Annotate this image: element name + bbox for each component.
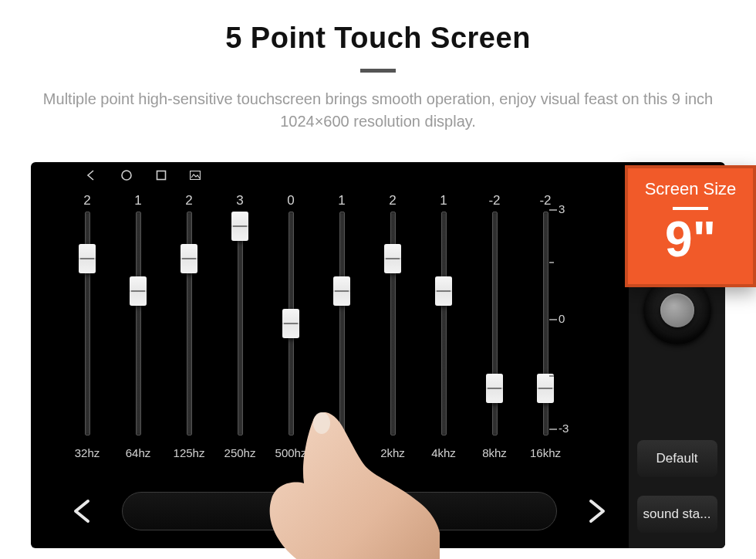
preset-prev-button[interactable]	[62, 493, 103, 530]
eq-track	[136, 212, 141, 435]
eq-band-value: 2	[185, 193, 192, 212]
svg-point-0	[122, 171, 131, 180]
eq-band: 11khz	[316, 193, 367, 471]
svg-rect-1	[157, 171, 166, 180]
preset-name-button[interactable]: Jazz	[122, 492, 557, 530]
eq-band: 164hz	[113, 193, 164, 471]
eq-band: 14khz	[418, 193, 469, 471]
eq-band-value: 0	[287, 193, 294, 212]
eq-band-value: -2	[488, 193, 500, 212]
eq-track	[441, 212, 447, 435]
eq-band: 232hz	[62, 193, 113, 471]
eq-band-freq: 500hz	[275, 446, 307, 459]
eq-band: 22khz	[367, 193, 418, 471]
eq-band-freq: 250hz	[224, 446, 256, 459]
eq-band-freq: 8khz	[482, 446, 507, 459]
eq-band-freq: 125hz	[174, 446, 205, 459]
page-subtitle: Multiple point high-sensitive touchscree…	[31, 88, 725, 133]
eq-band-value: 1	[440, 193, 447, 212]
eq-band-value: 3	[236, 193, 243, 212]
eq-slider[interactable]	[164, 212, 214, 435]
eq-slider[interactable]	[265, 212, 316, 435]
android-nav-bar	[31, 162, 725, 188]
svg-rect-2	[191, 171, 201, 180]
eq-thumb[interactable]	[231, 212, 248, 241]
scale-min: -3	[559, 422, 569, 435]
badge-value: 9"	[665, 215, 716, 264]
eq-band-freq: 4khz	[431, 446, 456, 459]
eq-band: 3250hz	[214, 193, 265, 471]
eq-band-value: 1	[134, 193, 141, 212]
eq-slider[interactable]	[418, 212, 469, 435]
eq-thumb[interactable]	[130, 276, 147, 306]
eq-thumb[interactable]	[333, 276, 350, 306]
eq-band-freq: 16khz	[530, 446, 561, 459]
eq-slider[interactable]	[367, 212, 418, 435]
screen-size-badge: Screen Size 9"	[625, 165, 756, 287]
eq-thumb[interactable]	[282, 309, 299, 338]
eq-thumb[interactable]	[537, 374, 554, 403]
eq-thumb[interactable]	[384, 244, 401, 273]
eq-band-value: 2	[83, 193, 90, 212]
eq-track	[339, 212, 345, 435]
eq-thumb[interactable]	[181, 244, 197, 273]
eq-band-freq: 2khz	[380, 446, 405, 459]
preset-next-button[interactable]	[575, 493, 617, 530]
sound-stage-button[interactable]: sound sta...	[637, 496, 717, 533]
home-icon[interactable]	[120, 169, 133, 181]
eq-slider[interactable]	[113, 212, 164, 435]
gallery-icon[interactable]	[190, 171, 201, 180]
eq-band: 0500hz	[265, 193, 316, 471]
eq-thumb[interactable]	[435, 276, 452, 306]
eq-slider[interactable]	[316, 212, 367, 435]
default-button[interactable]: Default	[637, 440, 717, 477]
eq-scale: 3 0 -3	[555, 207, 586, 431]
scale-mid: 0	[559, 312, 565, 325]
eq-slider[interactable]	[62, 212, 113, 435]
eq-thumb[interactable]	[79, 244, 96, 273]
eq-thumb[interactable]	[486, 374, 503, 403]
eq-band-freq: 64hz	[126, 446, 151, 459]
badge-divider	[673, 207, 708, 210]
eq-band-value: 2	[389, 193, 396, 212]
device-frame: 232hz164hz2125hz3250hz0500hz11khz22khz14…	[31, 162, 725, 548]
eq-slider[interactable]	[214, 212, 265, 435]
badge-label: Screen Size	[645, 179, 737, 199]
preset-row: Jazz	[62, 490, 617, 533]
scale-max: 3	[559, 202, 565, 215]
eq-band-freq: 1khz	[329, 446, 354, 459]
balance-button-inner	[660, 293, 694, 327]
eq-band: -28khz	[469, 193, 520, 471]
eq-slider[interactable]	[469, 212, 520, 435]
eq-track	[238, 212, 243, 435]
title-underline	[360, 69, 396, 73]
back-icon[interactable]	[85, 169, 97, 181]
recent-apps-icon[interactable]	[156, 170, 167, 181]
eq-band-freq: 32hz	[75, 446, 100, 459]
eq-band-value: 1	[338, 193, 345, 212]
eq-band: 2125hz	[164, 193, 214, 471]
page-title: 5 Point Touch Screen	[0, 22, 756, 55]
